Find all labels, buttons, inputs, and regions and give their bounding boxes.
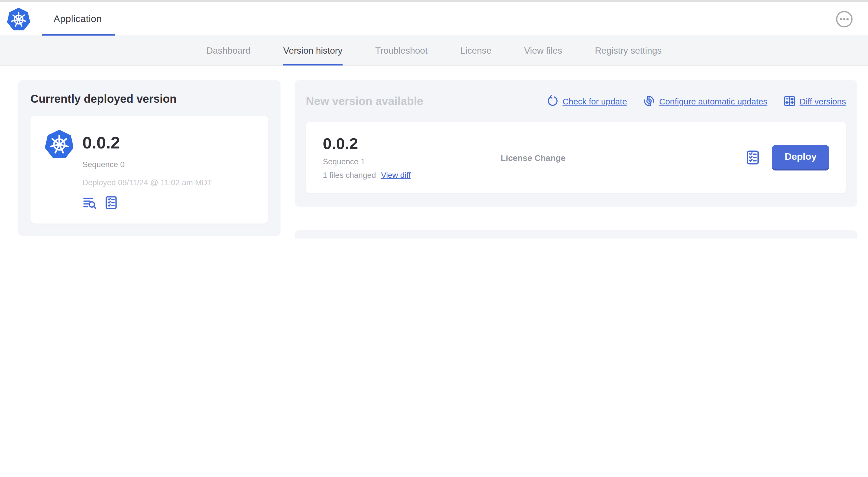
configure-automatic-updates-link[interactable]: Configure automatic updates (643, 95, 768, 107)
refresh-icon (546, 95, 558, 107)
tab-version-history[interactable]: Version history (283, 36, 343, 65)
preflight-checks-icon[interactable] (745, 150, 761, 166)
main-content: Currently deployed version 0.0.2 Sequenc… (18, 80, 857, 239)
preflight-checks-icon[interactable] (104, 195, 119, 210)
app-tab-active-underline (42, 34, 116, 35)
version-number: 0.0.2 (323, 136, 501, 152)
kubernetes-logo-icon (7, 7, 30, 30)
app-title: Application (54, 13, 102, 25)
currently-deployed-panel: Currently deployed version 0.0.2 Sequenc… (18, 80, 280, 236)
ellipsis-menu-icon[interactable] (835, 10, 853, 28)
logs-icon[interactable] (83, 195, 97, 210)
tab-dashboard[interactable]: Dashboard (206, 36, 251, 65)
new-version-section: New version available Check for update C… (294, 80, 857, 207)
diff-versions-label: Diff versions (799, 96, 846, 106)
files-changed-label: 1 files changed (323, 171, 376, 180)
all-versions-section: All versions Results per page: 20 0.0.2 … (294, 231, 857, 239)
deployed-timestamp: Deployed 09/11/24 @ 11:02 am MDT (83, 178, 212, 186)
tab-registry-settings[interactable]: Registry settings (595, 36, 662, 65)
app-tab[interactable]: Application (53, 2, 103, 35)
currently-deployed-title: Currently deployed version (30, 93, 268, 106)
diff-versions-link[interactable]: Diff versions (783, 95, 846, 107)
tab-license[interactable]: License (460, 36, 491, 65)
nav-tab-bar: Dashboard Version history Troubleshoot L… (0, 36, 868, 66)
tab-troubleshoot[interactable]: Troubleshoot (375, 36, 428, 65)
new-version-row: 0.0.2 Sequence 1 1 files changed View di… (306, 122, 846, 193)
admin-console-page: Application Dashboard Version history Tr… (0, 0, 868, 239)
right-column: New version available Check for update C… (294, 80, 857, 239)
version-sequence: Sequence 1 (323, 157, 501, 166)
app-header: Application (0, 2, 868, 36)
diff-icon (783, 95, 796, 107)
view-diff-link[interactable]: View diff (381, 171, 410, 180)
currently-deployed-card: 0.0.2 Sequence 0 Deployed 09/11/24 @ 11:… (30, 116, 268, 223)
check-for-update-label: Check for update (562, 96, 627, 106)
configure-automatic-updates-label: Configure automatic updates (659, 96, 768, 106)
deployed-sequence: Sequence 0 (83, 159, 212, 169)
new-version-title: New version available (306, 94, 423, 108)
deploy-button[interactable]: Deploy (772, 145, 829, 170)
kubernetes-app-icon (45, 129, 73, 158)
tab-view-files[interactable]: View files (524, 36, 562, 65)
top-strip (0, 0, 868, 2)
deployed-version-number: 0.0.2 (83, 134, 212, 152)
check-for-update-link[interactable]: Check for update (546, 95, 627, 107)
version-source: License Change (501, 153, 745, 162)
auto-update-icon (643, 95, 655, 107)
